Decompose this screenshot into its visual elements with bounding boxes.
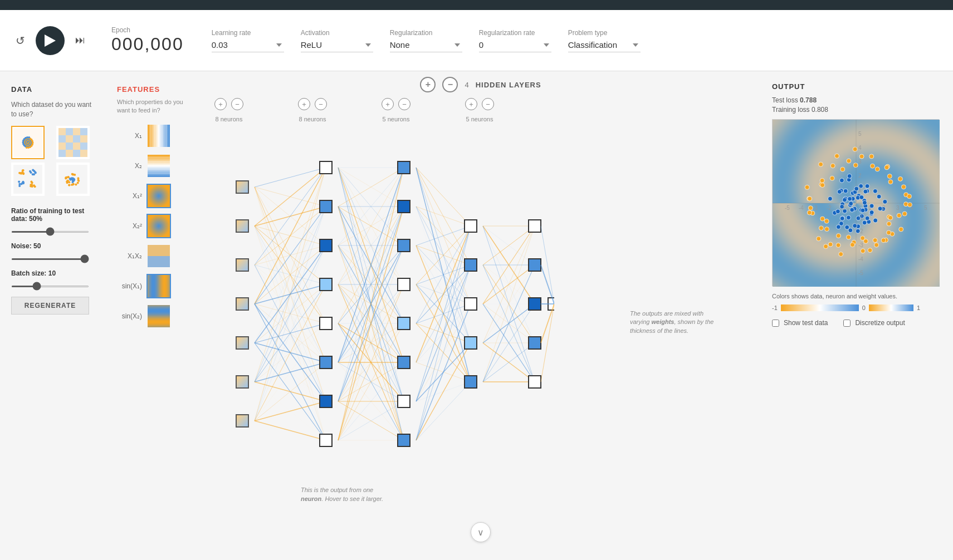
feature-sinx2[interactable]: sin(X₂) (117, 304, 192, 328)
dataset-grid (11, 126, 97, 196)
data-question: Which dataset do you want to use? (11, 100, 97, 119)
ratio-label: Ratio of training to test data: 50% (11, 207, 97, 223)
feature-x1-label: X₁ (117, 132, 142, 140)
hidden-layers-label: HIDDEN LAYERS (476, 81, 541, 89)
feature-x1x2[interactable]: X₁X₂ (117, 244, 192, 268)
noise-slider[interactable] (11, 258, 89, 260)
gradient-bar2 (869, 304, 913, 311)
problem-type-label: Problem type (568, 29, 641, 37)
layer-2-controls: + − (298, 98, 327, 110)
remove-layer-button[interactable]: − (442, 77, 458, 92)
dataset-checkerboard[interactable] (56, 126, 90, 159)
regenerate-button[interactable]: REGENERATE (11, 297, 89, 315)
noise-label: Noise: 50 (11, 242, 97, 250)
remove-neuron-l3[interactable]: − (398, 98, 410, 110)
features-title: FEATURES (117, 85, 192, 94)
layers-count: 4 (465, 81, 468, 89)
dataset-cluster[interactable] (11, 163, 45, 196)
feature-x2[interactable]: X₂ (117, 154, 192, 178)
color-legend: Colors shows data, neuron and weight val… (772, 292, 945, 312)
color-legend-text: Colors shows data, neuron and weight val… (772, 293, 897, 299)
batch-slider[interactable] (11, 286, 89, 287)
layer-1-controls: + − (214, 98, 243, 110)
feature-x1sq-label: X₁² (117, 192, 142, 200)
show-test-label[interactable]: Show test data (784, 319, 828, 327)
gradient-min-label: -1 (772, 303, 778, 313)
remove-neuron-l2[interactable]: − (315, 98, 327, 110)
dataset-spiral-canvas (13, 128, 42, 157)
feature-x1-thumb[interactable] (146, 124, 171, 148)
play-button[interactable] (36, 26, 65, 55)
collapse-button[interactable]: ∨ (471, 522, 491, 542)
train-loss: Training loss 0.808 (772, 106, 945, 114)
regularization-group: Regularization NoneL1L2 (390, 29, 462, 52)
batch-label: Batch size: 10 (11, 269, 97, 277)
feature-x2sq-thumb[interactable] (146, 214, 171, 238)
learning-rate-group: Learning rate 0.030.010.0010.1 (212, 29, 284, 52)
add-neuron-l3[interactable]: + (382, 98, 394, 110)
train-loss-label: Training loss (772, 106, 810, 114)
epoch-value: 000,000 (111, 34, 184, 55)
feature-sinx2-thumb[interactable] (146, 304, 171, 328)
sidebar: DATA Which dataset do you want to use? R… (0, 71, 109, 560)
svg-marker-0 (45, 35, 56, 47)
epoch-label: Epoch (111, 26, 184, 34)
output-panel: OUTPUT Test loss 0.788 Training loss 0.8… (764, 71, 953, 560)
main-content: DATA Which dataset do you want to use? R… (0, 71, 953, 560)
show-test-checkbox[interactable] (772, 320, 779, 327)
learning-rate-label: Learning rate (212, 29, 284, 37)
gradient-mid-label: 0 (862, 303, 866, 313)
activation-group: Activation ReLUTanhSigmoidLinear (301, 29, 373, 52)
dataset-circle[interactable] (56, 163, 90, 196)
feature-x2-thumb[interactable] (146, 154, 171, 178)
regularization-select[interactable]: NoneL1L2 (390, 39, 462, 52)
feature-sinx1-thumb[interactable] (146, 274, 171, 298)
reset-button[interactable]: ↺ (11, 32, 29, 50)
layer-3-controls: + − (382, 98, 410, 110)
test-loss-value: 0.788 (800, 96, 817, 104)
epoch-block: Epoch 000,000 (111, 26, 184, 55)
feature-sinx2-label: sin(X₂) (117, 312, 142, 320)
feature-x1sq-thumb[interactable] (146, 184, 171, 208)
activation-label: Activation (301, 29, 373, 37)
reg-rate-select[interactable]: 00.0010.010.1 (479, 39, 551, 52)
regularization-label: Regularization (390, 29, 462, 37)
feature-x1[interactable]: X₁ (117, 124, 192, 148)
output-chart (772, 119, 939, 286)
data-title: DATA (11, 85, 97, 94)
batch-group: Batch size: 10 (11, 269, 97, 289)
ratio-slider[interactable] (11, 231, 89, 233)
feature-x1x2-thumb[interactable] (146, 244, 171, 268)
dataset-spiral[interactable] (11, 126, 45, 159)
learning-rate-select[interactable]: 0.030.010.0010.1 (212, 39, 284, 52)
output-chart-canvas (773, 120, 940, 287)
activation-select[interactable]: ReLUTanhSigmoidLinear (301, 39, 373, 52)
remove-neuron-l1[interactable]: − (231, 98, 243, 110)
train-loss-value: 0.808 (812, 106, 828, 114)
step-button[interactable]: ⏭ (71, 32, 89, 50)
discretize-label[interactable]: Discretize output (855, 319, 905, 327)
network-canvas-area: + − 8 neurons + − 8 neurons + − 5 neu (198, 98, 764, 548)
feature-x2sq[interactable]: X₂² (117, 214, 192, 238)
add-neuron-l2[interactable]: + (298, 98, 310, 110)
remove-neuron-l4[interactable]: − (482, 98, 494, 110)
annotation-weights: The outputs are mixed with varying weigh… (630, 310, 719, 335)
reg-rate-label: Regularization rate (479, 29, 551, 37)
network-area: + − 4 HIDDEN LAYERS + − 8 neurons + − (198, 71, 764, 560)
play-controls: ↺ ⏭ (11, 26, 89, 55)
feature-x1x2-label: X₁X₂ (117, 252, 142, 260)
annotation-neuron: This is the output from one neuron. Hove… (301, 486, 390, 503)
discretize-checkbox[interactable] (843, 320, 851, 327)
problem-type-select[interactable]: ClassificationRegression (568, 39, 641, 52)
problem-type-group: Problem type ClassificationRegression (568, 29, 641, 52)
add-layer-button[interactable]: + (420, 77, 436, 92)
noise-group: Noise: 50 (11, 242, 97, 262)
feature-sinx1[interactable]: sin(X₁) (117, 274, 192, 298)
feature-sinx1-label: sin(X₁) (117, 282, 142, 290)
add-neuron-l1[interactable]: + (214, 98, 227, 110)
controls-bar: ↺ ⏭ Epoch 000,000 Learning rate 0.030.01… (0, 10, 953, 71)
dataset-checkerboard-canvas (58, 128, 87, 157)
color-bar-container: -1 0 1 (772, 303, 945, 313)
feature-x1sq[interactable]: X₁² (117, 184, 192, 208)
add-neuron-l4[interactable]: + (465, 98, 477, 110)
